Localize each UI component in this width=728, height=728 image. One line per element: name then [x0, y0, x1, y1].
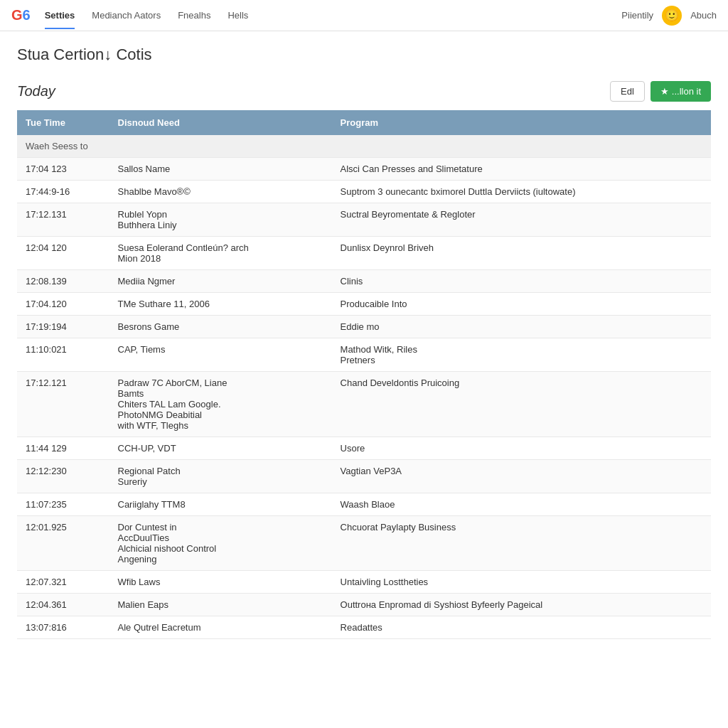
table-header: Tue Time Disnoud Need Program — [17, 110, 711, 135]
cell-need: CAP, Tiems — [109, 338, 332, 372]
col-time: Tue Time — [17, 110, 109, 135]
table-row: 12:04.361Malien EapsOuttroна Enpromad di… — [17, 594, 711, 616]
col-need: Disnoud Need — [109, 110, 332, 135]
cell-need: Shablbe Mavo®© — [109, 181, 332, 203]
avatar: 🙂 — [662, 6, 682, 26]
cell-program: Suctral Beyromentate & Regloter — [332, 203, 711, 237]
edit-button[interactable]: Edl — [610, 81, 645, 102]
section-title: Today — [17, 83, 55, 100]
cell-time: 11:44 129 — [17, 437, 109, 460]
cell-program: Chand Develdontis Pruicoing — [332, 372, 711, 437]
cell-time: 12:08.139 — [17, 270, 109, 293]
table-row: 11:44 129CCH-UP, VDTUsore — [17, 437, 711, 460]
table-row: 13:07:816Ale Qutrel EacretumReadattes — [17, 616, 711, 639]
table-row: 17:19:194Besrons GameEddie mo — [17, 316, 711, 338]
cell-time: 17:12.131 — [17, 203, 109, 237]
cell-time: 12:01.925 — [17, 516, 109, 571]
cell-time: 17:04 123 — [17, 158, 109, 181]
cell-need: Rublel YopnButhhera Liniy — [109, 203, 332, 237]
group-header-row: Waeh Seess to — [17, 135, 711, 158]
table-row: 11:10:021CAP, TiemsMathod Witk, RilesPre… — [17, 338, 711, 372]
cell-program: Vagtian VeP3A — [332, 460, 711, 493]
cell-need: Dor Cuntest inAccDuulTiesAlchicial nisho… — [109, 516, 332, 571]
cell-need: Mediia Ngmer — [109, 270, 332, 293]
cell-need: Wfib Laws — [109, 571, 332, 594]
cell-time: 11:10:021 — [17, 338, 109, 372]
table-body: Waeh Seess to17:04 123Sallos NameAlsci C… — [17, 135, 711, 639]
cell-program: Mathod Witk, RilesPretners — [332, 338, 711, 372]
cell-program: Suptrom 3 ounecantc bximorel Duttla Derv… — [332, 181, 711, 203]
nav-item-fnealhs[interactable]: Fnealhs — [178, 1, 210, 29]
cell-need: Malien Eaps — [109, 594, 332, 616]
action-button[interactable]: ★ ...llon it — [651, 81, 711, 102]
cell-need: Regional PatchSureriy — [109, 460, 332, 493]
cell-time: 17:12.121 — [17, 372, 109, 437]
cell-need: Suesa Eolerand Contleún? archMion 2018 — [109, 237, 332, 270]
cell-program: Chcuorat Paylapty Business — [332, 516, 711, 571]
star-icon: ★ — [660, 86, 669, 97]
priority-label: Piientily — [621, 10, 653, 21]
cell-time: 12:12:230 — [17, 460, 109, 493]
table-row: 12:08.139Mediia NgmerClinis — [17, 270, 711, 293]
cell-need: Cariiglahy TTM8 — [109, 493, 332, 516]
cell-program: Outtroна Enpromad di Syshiost Byfeerly P… — [332, 594, 711, 616]
cell-time: 12:04.361 — [17, 594, 109, 616]
table-row: 12:12:230Regional PatchSureriyVagtian Ve… — [17, 460, 711, 493]
cell-need: CCH-UP, VDT — [109, 437, 332, 460]
cell-time: 17:19:194 — [17, 316, 109, 338]
cell-program: Alsci Can Presses and Slimetature — [332, 158, 711, 181]
cell-time: 12:07.321 — [17, 571, 109, 594]
table-row: 12:01.925Dor Cuntest inAccDuulTiesAlchic… — [17, 516, 711, 571]
table-row: 12:07.321Wfib LawsUntaivling Losttheties — [17, 571, 711, 594]
navbar-right: Piientily 🙂 Abuch — [621, 6, 717, 26]
cell-time: 12:04 120 — [17, 237, 109, 270]
nav-item-medianch[interactable]: Medianch Aators — [92, 1, 161, 29]
table-row: 17:12.131Rublel YopnButhhera LiniySuctra… — [17, 203, 711, 237]
page-content: Stua Certion↓ Cotis Today Edl ★ ...llon … — [0, 31, 728, 653]
cell-program: Dunlisx Deynrol Briveh — [332, 237, 711, 270]
cell-need: Padraw 7C AborCM, LianeBamtsChiters TAL … — [109, 372, 332, 437]
cell-program: Clinis — [332, 270, 711, 293]
cell-program: Usore — [332, 437, 711, 460]
cell-need: Sallos Name — [109, 158, 332, 181]
col-program: Program — [332, 110, 711, 135]
section-actions: Edl ★ ...llon it — [610, 81, 711, 102]
nav-items: Setties Medianch Aators Fnealhs Hells — [45, 1, 622, 29]
cell-program: Eddie mo — [332, 316, 711, 338]
user-label: Abuch — [690, 10, 717, 21]
nav-item-setties[interactable]: Setties — [45, 1, 75, 29]
cell-time: 11:07:235 — [17, 493, 109, 516]
group-label: Waeh Seess to — [17, 135, 711, 158]
action-button-label: ...llon it — [672, 86, 701, 97]
navbar: G6 Setties Medianch Aators Fnealhs Hells… — [0, 0, 728, 31]
cell-program: Producaible Into — [332, 293, 711, 316]
section-header: Today Edl ★ ...llon it — [17, 81, 711, 102]
cell-program: Untaivling Losttheties — [332, 571, 711, 594]
table-row: 12:04 120Suesa Eolerand Contleún? archMi… — [17, 237, 711, 270]
data-table: Tue Time Disnoud Need Program Waeh Seess… — [17, 110, 711, 639]
cell-program: Readattes — [332, 616, 711, 639]
page-title: Stua Certion↓ Cotis — [17, 46, 711, 64]
cell-need: TMe Suthare 11, 2006 — [109, 293, 332, 316]
table-row: 17:04 123Sallos NameAlsci Can Presses an… — [17, 158, 711, 181]
cell-time: 17:04.120 — [17, 293, 109, 316]
table-row: 11:07:235Cariiglahy TTM8Waash Blaoe — [17, 493, 711, 516]
cell-time: 13:07:816 — [17, 616, 109, 639]
table-row: 17:04.120TMe Suthare 11, 2006Producaible… — [17, 293, 711, 316]
nav-item-hells[interactable]: Hells — [228, 1, 248, 29]
table-row: 17:44:9-16Shablbe Mavo®©Suptrom 3 ouneca… — [17, 181, 711, 203]
logo: G6 — [11, 7, 31, 23]
cell-need: Besrons Game — [109, 316, 332, 338]
table-row: 17:12.121Padraw 7C AborCM, LianeBamtsChi… — [17, 372, 711, 437]
cell-need: Ale Qutrel Eacretum — [109, 616, 332, 639]
cell-time: 17:44:9-16 — [17, 181, 109, 203]
cell-program: Waash Blaoe — [332, 493, 711, 516]
